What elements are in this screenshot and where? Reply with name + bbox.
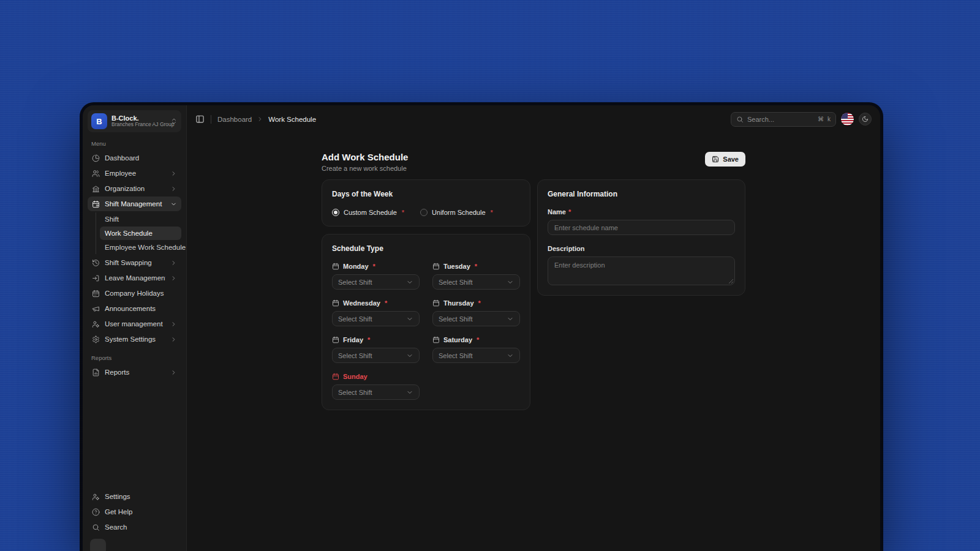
sidebar-item-shift-management[interactable]: Shift Management [88,197,181,211]
page-header: Add Work Schedule Create a new work sche… [322,152,745,172]
day-name: Friday [343,336,363,343]
sidebar-item-announcements[interactable]: Announcements [88,301,181,316]
select-placeholder: Select Shift [439,279,473,286]
day-name: Sunday [343,373,368,380]
description-label-text: Description [548,245,585,252]
description-textarea-wrapper [548,257,735,285]
day-label: Wednesday * [332,299,420,307]
general-information-title: General Information [548,190,735,198]
chevron-right-icon [170,170,177,177]
radio-uniform-schedule[interactable]: Uniform Schedule * [420,209,493,216]
reports-section-label: Reports [91,354,178,361]
sidebar-item-label: User management [105,320,165,328]
theme-toggle-button[interactable] [859,113,872,126]
chevron-right-icon [170,369,177,376]
sidebar-footer: Settings Get Help Search [88,489,181,546]
sidebar-item-dashboard[interactable]: Dashboard [88,151,181,165]
search-icon [736,116,744,123]
app-logo: B [91,113,107,129]
sidebar-item-settings[interactable]: Settings [88,489,181,504]
user-avatar[interactable] [90,539,106,551]
sidebar-item-label: System Settings [105,335,165,343]
select-shift-thursday[interactable]: Select Shift [432,311,520,326]
page-title: Add Work Schedule [322,152,408,162]
schedule-name-input[interactable] [548,220,735,235]
sidebar-item-system-settings[interactable]: System Settings [88,332,181,347]
schedule-mode-radio-group: Custom Schedule * Uniform Schedule * [332,209,520,216]
sidebar-toggle-button[interactable] [195,114,205,124]
sidebar-item-label: Announcements [105,305,177,312]
sidebar-subitem-shift[interactable]: Shift [100,212,181,226]
topbar-actions: ⌘ k [731,112,872,127]
sidebar-nav: Dashboard Employee Organization Shift Ma… [88,151,181,347]
sidebar-reports-nav: Reports [88,365,181,380]
search-input[interactable] [747,116,814,123]
required-asterisk: * [368,336,370,343]
leave-management-icon [92,274,100,282]
logo-letter: B [96,117,102,126]
sidebar-item-user-management[interactable]: User management [88,317,181,331]
sidebar-subitem-work-schedule[interactable]: Work Schedule [100,227,181,240]
sidebar-item-get-help[interactable]: Get Help [88,504,181,519]
select-shift-sunday[interactable]: Select Shift [332,384,420,400]
general-information-card: General Information Name * Description [537,179,745,296]
breadcrumb: Dashboard Work Schedule [217,116,316,123]
global-search[interactable]: ⌘ k [731,112,836,127]
days-of-week-title: Days of the Week [332,190,520,198]
content-scroll-area: Add Work Schedule Create a new work sche… [187,133,880,551]
select-placeholder: Select Shift [439,352,473,359]
select-shift-wednesday[interactable]: Select Shift [332,311,420,326]
user-cog-icon [92,320,100,328]
select-shift-tuesday[interactable]: Select Shift [432,274,520,290]
team-switcher[interactable]: B B-Clock. Branches France AJ Group [88,110,181,132]
sidebar-item-leave-management[interactable]: Leave Management [88,271,181,285]
shortcut-meta-key: ⌘ [818,116,824,122]
radio-selected-icon [332,209,339,216]
sidebar-subitem-employee-work-schedule[interactable]: Employee Work Schedule [100,241,181,254]
sidebar-item-label: Search [105,523,177,531]
chevron-down-icon [406,352,413,359]
radio-label: Custom Schedule [344,209,397,216]
day-name: Tuesday [443,263,470,270]
select-shift-friday[interactable]: Select Shift [332,348,420,363]
sidebar-item-label: Settings [105,493,177,500]
chevron-down-icon [406,315,413,323]
sidebar-item-search[interactable]: Search [88,520,181,534]
topbar: Dashboard Work Schedule ⌘ k [187,105,880,133]
radio-custom-schedule[interactable]: Custom Schedule * [332,209,404,216]
sidebar-item-label: Shift Swapping [105,259,165,266]
select-placeholder: Select Shift [338,389,372,396]
sidebar-item-employee[interactable]: Employee [88,166,181,181]
required-asterisk: * [475,263,477,270]
clock-history-icon [92,259,100,267]
select-shift-saturday[interactable]: Select Shift [432,348,520,363]
sidebar-item-reports[interactable]: Reports [88,365,181,380]
breadcrumb-dashboard[interactable]: Dashboard [217,116,252,123]
megaphone-icon [92,305,100,313]
menu-section-label: Menu [91,140,178,147]
save-button[interactable]: Save [705,152,745,167]
sidebar-item-organization[interactable]: Organization [88,181,181,196]
sidebar-item-shift-swapping[interactable]: Shift Swapping [88,255,181,270]
shift-management-submenu: Shift Work Schedule Employee Work Schedu… [96,212,181,254]
chevron-right-icon [170,336,177,343]
description-textarea[interactable] [548,257,735,285]
moon-icon [862,116,869,122]
description-label: Description [548,245,735,252]
sidebar-subitem-label: Employee Work Schedule [105,244,186,251]
schedule-type-title: Schedule Type [332,244,520,253]
shortcut-letter-key: k [827,116,831,122]
day-label: Tuesday * [432,263,520,270]
sidebar-item-label: Employee [105,170,165,177]
required-asterisk: * [568,208,571,216]
sidebar-item-company-holidays[interactable]: Company Holidays [88,286,181,301]
save-button-label: Save [723,156,739,163]
search-icon [92,523,100,531]
day-field-monday: Monday * Select Shift [332,263,420,290]
language-flag-button[interactable] [841,113,854,126]
day-label: Friday * [332,336,420,343]
select-shift-monday[interactable]: Select Shift [332,274,420,290]
day-field-thursday: Thursday * Select Shift [432,299,520,326]
required-asterisk: * [478,299,481,307]
days-of-week-card: Days of the Week Custom Schedule * Unifo… [322,179,530,227]
